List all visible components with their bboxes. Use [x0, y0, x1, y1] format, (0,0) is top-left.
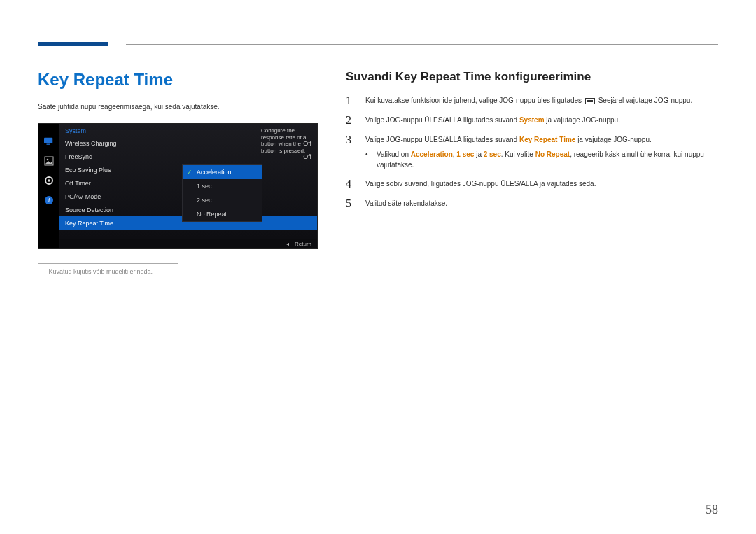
footnote-text: Kuvatud kujutis võib mudeliti erineda. — [49, 268, 153, 275]
svg-rect-1 — [47, 144, 50, 145]
right-column: Suvandi Key Repeat Time konfigureerimine… — [346, 70, 718, 275]
step-number: 4 — [346, 178, 356, 190]
osd-sidebar: i — [38, 124, 59, 248]
svg-point-5 — [48, 179, 50, 182]
bullet: • Valikud on Acceleration, 1 sec ja 2 se… — [365, 149, 718, 170]
left-column: Key Repeat Time Saate juhtida nupu reage… — [38, 70, 318, 275]
step-body: Valige JOG-nuppu ÜLES/ALLA liigutades su… — [365, 134, 718, 170]
osd-submenu-item: 2 sec — [183, 193, 262, 207]
page-content: Key Repeat Time Saate juhtida nupu reage… — [38, 70, 718, 275]
footnote: ― Kuvatud kujutis võib mudeliti erineda. — [38, 268, 318, 275]
header-accent-bar — [38, 42, 108, 46]
step-body: Valitud säte rakendatakse. — [365, 198, 718, 209]
step-body: Valige JOG-nuppu ÜLES/ALLA liigutades su… — [365, 115, 718, 125]
osd-return-label: Return — [295, 241, 312, 247]
step-body: Valige sobiv suvand, liigutades JOG-nupp… — [365, 178, 718, 189]
footnote-rule — [38, 263, 178, 264]
osd-submenu: Acceleration 1 sec 2 sec No Repeat — [182, 164, 262, 222]
osd-back-arrow-icon: ◂ — [286, 241, 289, 247]
step-body: Kui kuvatakse funktsioonide juhend, vali… — [365, 95, 718, 106]
page-number: 58 — [706, 503, 718, 517]
osd-submenu-item: No Repeat — [183, 207, 262, 221]
step: 5 Valitud säte rakendatakse. — [346, 198, 718, 209]
svg-point-3 — [47, 159, 49, 161]
osd-footer: ◂ Return — [59, 239, 317, 248]
step-number: 1 — [346, 95, 356, 106]
step: 4 Valige sobiv suvand, liigutades JOG-nu… — [346, 178, 718, 190]
menu-icon — [585, 98, 595, 104]
osd-submenu-item: 1 sec — [183, 179, 262, 193]
gear-icon — [44, 176, 54, 185]
osd-tooltip: Configure the response rate of a button … — [260, 126, 314, 155]
bullet-text: Valikud on Acceleration, 1 sec ja 2 sec.… — [377, 149, 718, 170]
monitor-icon — [44, 136, 54, 146]
step-number: 3 — [346, 134, 356, 146]
page-title: Key Repeat Time — [38, 70, 318, 90]
picture-icon — [44, 156, 54, 166]
sub-heading: Suvandi Key Repeat Time konfigureerimine — [346, 70, 718, 84]
info-icon: i — [44, 195, 54, 205]
intro-text: Saate juhtida nupu reageerimisaega, kui … — [38, 102, 318, 112]
svg-rect-0 — [44, 138, 52, 143]
osd-submenu-item-selected: Acceleration — [183, 165, 262, 179]
step: 3 Valige JOG-nuppu ÜLES/ALLA liigutades … — [346, 134, 718, 170]
bullet-dot-icon: • — [365, 149, 371, 170]
step-number: 2 — [346, 115, 356, 126]
step-bullets: • Valikud on Acceleration, 1 sec ja 2 se… — [365, 149, 718, 170]
step-number: 5 — [346, 198, 356, 209]
osd-menu: System Configure the response rate of a … — [59, 124, 317, 239]
step: 2 Valige JOG-nuppu ÜLES/ALLA liigutades … — [346, 115, 718, 126]
steps-list: 1 Kui kuvatakse funktsioonide juhend, va… — [346, 95, 718, 209]
header-rule — [126, 44, 718, 45]
footnote-dash: ― — [38, 268, 44, 275]
osd-screenshot: i System Configure the response rate of … — [38, 123, 318, 249]
step: 1 Kui kuvatakse funktsioonide juhend, va… — [346, 95, 718, 106]
